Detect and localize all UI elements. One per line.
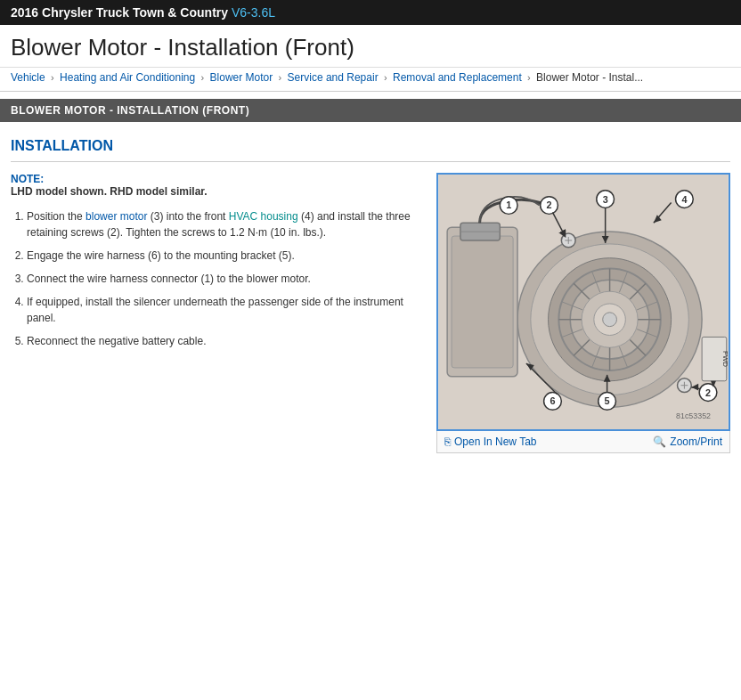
header-title: 2016 Chrysler Truck Town & Country	[11, 5, 228, 20]
breadcrumb-removal[interactable]: Removal and Replacement	[393, 71, 522, 84]
main-content: INSTALLATION NOTE: LHD model shown. RHD …	[0, 129, 741, 462]
note-box: NOTE: LHD model shown. RHD model similar…	[11, 173, 419, 198]
svg-text:2: 2	[547, 199, 552, 210]
zoom-print-link[interactable]: 🔍 Zoom/Print	[653, 435, 722, 448]
breadcrumb-sep-2: ›	[201, 72, 205, 83]
step-1: Position the blower motor (3) into the f…	[27, 208, 419, 240]
breadcrumb-heating[interactable]: Heating and Air Conditioning	[60, 71, 195, 84]
svg-point-8	[603, 313, 617, 327]
step-2: Engage the wire harness (6) to the mount…	[27, 248, 419, 264]
step1-hvac-link[interactable]: HVAC housing	[229, 210, 298, 223]
content-layout: NOTE: LHD model shown. RHD model similar…	[11, 173, 730, 453]
svg-rect-26	[452, 236, 513, 368]
breadcrumb-blower[interactable]: Blower Motor	[210, 71, 273, 84]
image-section: 1 2 3 4	[436, 173, 730, 453]
svg-text:3: 3	[603, 194, 608, 205]
breadcrumb-vehicle[interactable]: Vehicle	[11, 71, 45, 84]
header-bar: 2016 Chrysler Truck Town & Country V6-3.…	[0, 0, 741, 25]
svg-text:1: 1	[506, 199, 511, 210]
diagram-svg: 1 2 3 4	[438, 175, 729, 429]
step1-blower-link[interactable]: blower motor	[86, 210, 147, 223]
section-header-bar: BLOWER MOTOR - INSTALLATION (FRONT)	[0, 99, 741, 122]
open-tab-label: Open In New Tab	[454, 435, 537, 448]
zoom-icon: 🔍	[653, 435, 666, 448]
svg-text:5: 5	[605, 395, 610, 406]
open-in-new-tab-link[interactable]: ⎘ Open In New Tab	[444, 435, 537, 448]
note-label: NOTE:	[11, 173, 419, 185]
text-section: NOTE: LHD model shown. RHD model similar…	[11, 173, 419, 356]
installation-heading: INSTALLATION	[11, 138, 730, 162]
note-text: LHD model shown. RHD model similar.	[11, 185, 419, 198]
diagram-container: 1 2 3 4	[436, 173, 730, 431]
step-3: Connect the wire harness connector (1) t…	[27, 271, 419, 287]
svg-text:6: 6	[550, 395, 555, 406]
breadcrumb-sep-1: ›	[51, 72, 54, 83]
breadcrumb-sep-5: ›	[527, 72, 531, 83]
svg-text:FWD: FWD	[721, 351, 729, 367]
breadcrumb-sep-4: ›	[384, 72, 387, 83]
zoom-label: Zoom/Print	[670, 435, 722, 448]
step-5: Reconnect the negative battery cable.	[27, 333, 419, 349]
steps-list: Position the blower motor (3) into the f…	[11, 208, 419, 349]
breadcrumb-current: Blower Motor - Instal...	[536, 71, 643, 84]
step-4: If equipped, install the silencer undern…	[27, 294, 419, 326]
page-title: Blower Motor - Installation (Front)	[0, 25, 741, 68]
header-engine: V6-3.6L	[232, 5, 275, 20]
breadcrumb-service[interactable]: Service and Repair	[288, 71, 379, 84]
section-header-text: BLOWER MOTOR - INSTALLATION (FRONT)	[11, 104, 249, 117]
svg-text:2: 2	[705, 387, 711, 398]
breadcrumb: Vehicle › Heating and Air Conditioning ›…	[0, 68, 741, 92]
svg-text:4: 4	[681, 194, 687, 205]
breadcrumb-sep-3: ›	[279, 72, 282, 83]
open-tab-icon: ⎘	[444, 435, 451, 448]
svg-text:81c53352: 81c53352	[676, 411, 711, 420]
image-footer: ⎘ Open In New Tab 🔍 Zoom/Print	[436, 431, 730, 453]
